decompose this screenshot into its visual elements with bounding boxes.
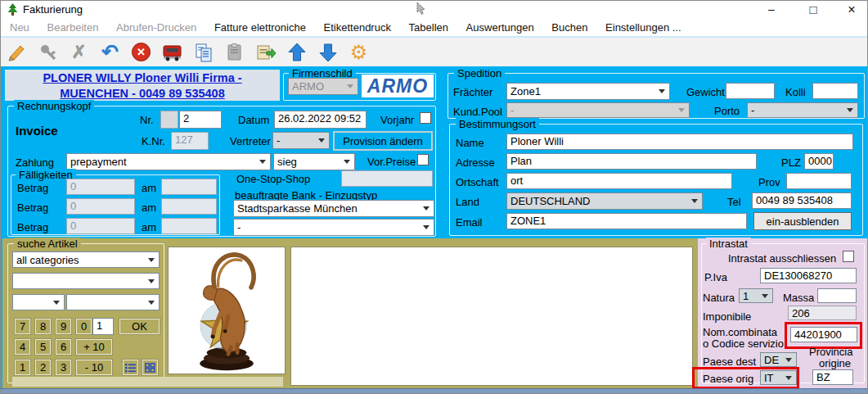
cancel-button[interactable]: ✕ (129, 40, 153, 64)
numpad-key-4[interactable]: 4 (15, 339, 30, 355)
porto-label: Porto (714, 105, 740, 117)
numpad-key-7[interactable]: 7 (15, 319, 30, 334)
paese-dest-select[interactable]: DE (760, 352, 797, 367)
customer-link[interactable]: PLONER WILLY Ploner Willi Firma - MUENCH… (5, 70, 280, 101)
kolli-label: Kolli (785, 86, 806, 98)
settings-button[interactable]: ⚙ (347, 40, 371, 64)
article-text-area[interactable] (290, 247, 693, 386)
vorpreise-checkbox[interactable] (417, 154, 429, 165)
move-down-button[interactable] (316, 40, 340, 64)
menu-item-auswertungen[interactable]: Auswertungen (459, 19, 542, 34)
sign-button[interactable] (36, 40, 60, 64)
plus-10-button[interactable]: + 10 (76, 339, 112, 355)
gewicht-label: Gewicht (686, 86, 725, 98)
zahlung-mode-select[interactable]: sieg (273, 153, 355, 170)
vorjahr-label: Vorjahr (380, 114, 414, 126)
undo-button[interactable]: ↶ (98, 40, 122, 64)
prov-label: Prov (758, 176, 780, 188)
chevron-down-icon (659, 89, 665, 93)
menu-item-einstellungen[interactable]: Einstellungen ... (598, 19, 689, 34)
am-field-3[interactable] (161, 218, 217, 234)
menu-item-abrufen-drucken[interactable]: Abrufen-Drucken (109, 19, 204, 34)
numpad-key-8[interactable]: 8 (35, 319, 51, 334)
numpad-key-5[interactable]: 5 (35, 339, 51, 355)
name-field[interactable]: Ploner Willi (506, 134, 853, 150)
filter3a-select[interactable] (12, 294, 65, 310)
einzugstyp-select[interactable]: - (233, 219, 434, 236)
natura-select[interactable]: 1 (739, 288, 773, 303)
forward-button[interactable] (254, 40, 277, 64)
numpad-key-9[interactable]: 9 (56, 319, 71, 334)
vorjahr-checkbox[interactable] (420, 112, 431, 124)
chevron-down-icon (318, 138, 325, 143)
fraechter-select[interactable]: Zone1 (506, 83, 670, 100)
adresse-field[interactable]: Plan (506, 153, 757, 170)
menu-item-etikettendruck[interactable]: Etikettendruck (317, 19, 398, 34)
filter3b-select[interactable] (66, 294, 160, 310)
paese-orig-select[interactable]: IT (760, 370, 797, 385)
menu-item-fatture-elettroniche[interactable]: Fatture elettroniche (207, 19, 313, 34)
porto-select[interactable]: - (747, 102, 858, 118)
paste-button[interactable] (223, 40, 246, 64)
window-title: Fakturierung (23, 3, 83, 16)
betrag-field-1[interactable]: 0 (66, 179, 135, 195)
provincia-origine-field[interactable]: BZ (812, 369, 853, 385)
am-field-2[interactable] (161, 198, 217, 215)
email-field[interactable]: ZONE1 (506, 213, 747, 229)
one-stop-shop-field[interactable] (341, 170, 433, 187)
copy-button[interactable] (191, 40, 215, 64)
move-up-button[interactable] (285, 40, 308, 64)
betrag-field-3[interactable]: 0 (66, 218, 135, 234)
vertreter-select[interactable]: - (272, 132, 330, 149)
ok-button[interactable]: OK (119, 319, 160, 334)
grid-view-button[interactable] (142, 360, 158, 375)
invoice-date-field[interactable]: 26.02.2022 09:52 (274, 111, 367, 129)
piva-field[interactable]: DE130068270 (760, 268, 857, 283)
ortschaft-field[interactable]: ort (506, 173, 732, 189)
menu-item-tabellen[interactable]: Tabellen (402, 19, 456, 34)
massa-label: Massa (783, 292, 814, 304)
am-field-1[interactable] (161, 179, 217, 195)
numpad-key-3[interactable]: 3 (56, 360, 71, 375)
kolli-field[interactable] (812, 83, 858, 99)
numpad-key-6[interactable]: 6 (56, 339, 71, 355)
nom-combinata-field[interactable]: 44201900 (790, 327, 857, 342)
provision-aendern-button[interactable]: Provision ändern (333, 131, 433, 151)
maximize-button[interactable]: □ (801, 1, 825, 19)
list-view-button[interactable] (123, 360, 138, 375)
kundpool-select[interactable]: - (506, 102, 690, 118)
land-select[interactable]: DEUTSCHLAND (506, 192, 703, 210)
menu-item-neu[interactable]: Neu (2, 19, 37, 34)
numpad-key-2[interactable]: 2 (35, 360, 51, 375)
delete-x-icon: ✗ (71, 43, 86, 61)
category-select[interactable]: all categories (12, 251, 160, 268)
firmenschild-select[interactable]: ARMO (288, 78, 358, 95)
close-button[interactable]: × (839, 1, 864, 19)
delete-button[interactable]: ✗ (67, 40, 91, 64)
betrag-field-2[interactable]: 0 (66, 198, 135, 215)
plz-field[interactable]: 0000 (804, 153, 834, 170)
menu-item-buchen[interactable]: Buchen (544, 19, 595, 34)
quantity-field[interactable]: 1 (92, 318, 114, 335)
ein-ausblenden-button[interactable]: ein-ausblenden (753, 212, 852, 230)
invoice-number-field[interactable]: 2 (179, 111, 222, 129)
menu-item-bearbeiten[interactable]: Bearbeiten (39, 19, 106, 34)
arrow-up-icon (286, 42, 308, 63)
tel-field[interactable]: 0049 89 535408 (752, 192, 852, 209)
zahlung-select[interactable]: prepayment (66, 153, 271, 170)
edit-button[interactable] (5, 40, 29, 64)
numpad-key-1[interactable]: 1 (15, 360, 30, 375)
numpad-key-0[interactable]: 0 (76, 319, 92, 334)
ortschaft-label: Ortschaft (456, 176, 499, 188)
minus-10-button[interactable]: - 10 (76, 360, 112, 375)
minimize-button[interactable]: – (759, 1, 784, 19)
shipping-button[interactable] (160, 40, 184, 64)
intrastat-ausschliessen-checkbox[interactable] (843, 251, 854, 262)
filter2-select[interactable] (12, 273, 160, 289)
prov-field[interactable] (786, 173, 852, 189)
massa-field[interactable] (817, 288, 857, 303)
gewicht-field[interactable] (726, 83, 775, 99)
name-label: Name (456, 137, 484, 149)
nr-spinner-box[interactable] (160, 111, 178, 129)
bank-select[interactable]: Stadtsparkasse München (233, 200, 434, 217)
